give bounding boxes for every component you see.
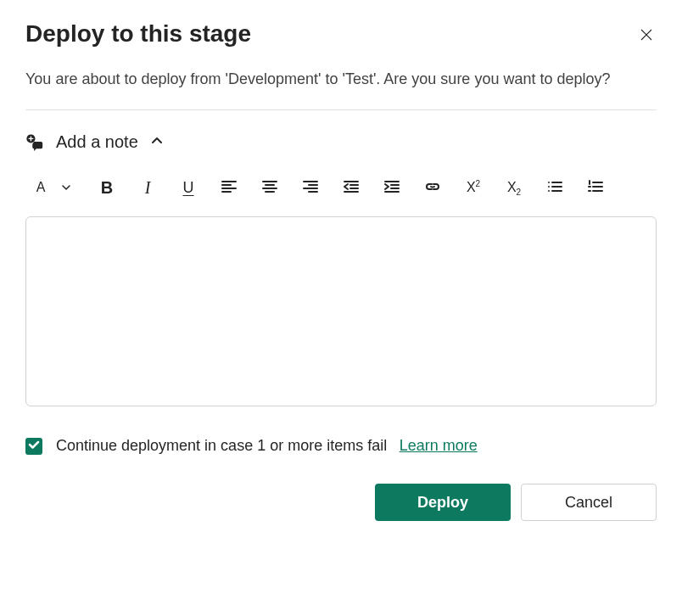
bold-button[interactable]: B	[97, 177, 117, 198]
checkmark-icon	[28, 439, 40, 453]
outdent-icon	[343, 178, 360, 198]
subscript-button[interactable]: X2	[504, 177, 524, 198]
align-right-icon	[302, 178, 319, 198]
font-color-button[interactable]: A	[31, 177, 51, 198]
close-button[interactable]	[636, 25, 657, 46]
note-add-icon	[25, 133, 44, 152]
checkbox-label: Continue deployment in case 1 or more it…	[56, 437, 387, 454]
outdent-button[interactable]	[341, 177, 361, 198]
align-center-button[interactable]	[260, 177, 280, 198]
font-color-icon: A	[36, 181, 46, 194]
underline-icon: U	[183, 179, 194, 197]
bullet-list-button[interactable]	[545, 177, 565, 198]
link-button[interactable]	[422, 177, 443, 198]
align-left-icon	[221, 178, 238, 198]
superscript-button[interactable]: X2	[463, 177, 484, 198]
italic-button[interactable]: I	[137, 177, 158, 198]
bullet-list-icon	[546, 178, 563, 198]
subscript-icon: X2	[507, 180, 521, 195]
svg-point-23	[548, 182, 550, 183]
note-textarea[interactable]	[25, 216, 657, 406]
link-icon	[424, 178, 441, 198]
close-icon	[639, 27, 654, 45]
italic-icon: I	[145, 178, 151, 198]
format-toolbar: A B I U	[25, 177, 657, 198]
number-list-button[interactable]	[585, 177, 606, 198]
font-color-dropdown[interactable]	[56, 177, 76, 198]
divider	[25, 109, 657, 110]
underline-button[interactable]: U	[178, 177, 198, 198]
align-center-icon	[261, 178, 278, 198]
bold-icon: B	[101, 178, 113, 198]
deploy-button[interactable]: Deploy	[375, 484, 511, 521]
dialog-description: You are about to deploy from 'Developmen…	[25, 68, 636, 91]
indent-button[interactable]	[382, 177, 402, 198]
cancel-button[interactable]: Cancel	[521, 484, 657, 521]
svg-point-25	[548, 190, 550, 192]
superscript-icon: X2	[467, 180, 480, 195]
svg-point-24	[548, 186, 550, 188]
add-note-toggle[interactable]: Add a note	[25, 132, 657, 152]
learn-more-link[interactable]: Learn more	[400, 437, 478, 454]
chevron-up-icon	[150, 134, 164, 151]
add-note-label: Add a note	[56, 132, 138, 152]
caret-down-icon	[62, 182, 70, 194]
dialog-title: Deploy to this stage	[25, 20, 251, 48]
align-right-button[interactable]	[300, 177, 321, 198]
align-left-button[interactable]	[219, 177, 239, 198]
number-list-icon	[587, 178, 604, 198]
continue-on-fail-checkbox[interactable]	[25, 438, 42, 455]
indent-icon	[383, 178, 400, 198]
